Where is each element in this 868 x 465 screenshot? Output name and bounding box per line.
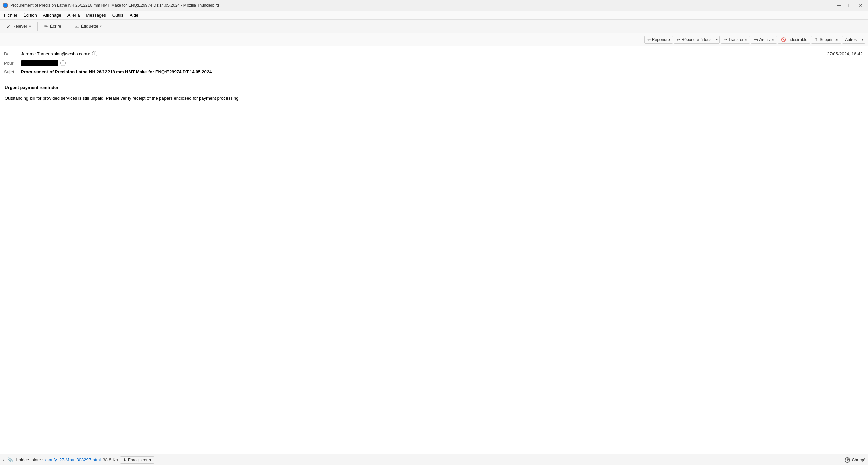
status-bar: Chargé bbox=[845, 457, 865, 463]
titlebar-left: Procurement of Precision Lathe NH 26/122… bbox=[3, 3, 219, 8]
relever-label: Relever bbox=[12, 24, 27, 29]
email-body-text: Outstanding bill for provided services i… bbox=[5, 95, 863, 102]
relever-dropdown-icon: ▾ bbox=[29, 24, 31, 28]
repondre-icon: ↩ bbox=[647, 37, 651, 42]
menu-edition[interactable]: Édition bbox=[21, 12, 40, 18]
to-label: Pour bbox=[4, 61, 21, 66]
transferer-icon: ↪ bbox=[724, 37, 727, 42]
attachment-section: › 📎 1 pièce jointe : clarify_27-May_3032… bbox=[3, 456, 154, 464]
etiquette-dropdown-icon: ▾ bbox=[100, 24, 102, 28]
ecrire-button[interactable]: ✏ Écrire bbox=[40, 22, 65, 31]
email-date: 27/05/2024, 16:42 bbox=[827, 51, 864, 56]
menu-aller-a[interactable]: Aller à bbox=[65, 12, 83, 18]
subject-value: Procurement of Precision Lathe NH 26/122… bbox=[21, 69, 212, 74]
indesirable-label: Indésirable bbox=[787, 37, 807, 42]
repondre-tous-icon: ↩ bbox=[677, 37, 680, 42]
window-controls: ─ □ ✕ bbox=[834, 2, 865, 9]
repondre-tous-button[interactable]: ↩ Répondre à tous bbox=[674, 36, 714, 43]
supprimer-label: Supprimer bbox=[820, 37, 838, 42]
repondre-label: Répondre bbox=[652, 37, 670, 42]
close-button[interactable]: ✕ bbox=[856, 2, 865, 9]
menu-aide[interactable]: Aide bbox=[127, 12, 141, 18]
attachment-size: 38,5 Ko bbox=[103, 457, 118, 462]
menu-fichier[interactable]: Fichier bbox=[1, 12, 20, 18]
toolbar-separator-1 bbox=[37, 22, 38, 31]
ecrire-label: Écrire bbox=[50, 24, 61, 29]
autres-group: Autres ▾ bbox=[842, 36, 865, 44]
repondre-group: ↩ Répondre bbox=[644, 36, 673, 44]
autres-dropdown-button[interactable]: ▾ bbox=[860, 36, 865, 43]
menu-affichage[interactable]: Affichage bbox=[40, 12, 64, 18]
attachment-expand-icon[interactable]: › bbox=[3, 458, 4, 462]
toolbar: ↙ Relever ▾ ✏ Écrire 🏷 Étiquette ▾ bbox=[0, 20, 868, 33]
bottom-bar: › 📎 1 pièce jointe : clarify_27-May_3032… bbox=[0, 454, 868, 465]
from-value: Jerome Turner <alan@scsho.com> i bbox=[21, 51, 827, 56]
indesirable-icon: 🚫 bbox=[781, 37, 786, 42]
from-text: Jerome Turner <alan@scsho.com> bbox=[21, 51, 90, 56]
to-info-icon[interactable]: i bbox=[60, 60, 66, 66]
menubar: Fichier Édition Affichage Aller à Messag… bbox=[0, 11, 868, 20]
save-label: Enregistrer bbox=[128, 458, 148, 462]
menu-messages[interactable]: Messages bbox=[83, 12, 109, 18]
relever-icon: ↙ bbox=[6, 24, 11, 29]
email-header: De Jerome Turner <alan@scsho.com> i 27/0… bbox=[0, 46, 868, 77]
transferer-label: Transférer bbox=[728, 37, 747, 42]
email-body-title: Urgent payment reminder bbox=[5, 84, 863, 91]
subject-label: Sujet bbox=[4, 69, 21, 74]
action-bar: ↩ Répondre ↩ Répondre à tous ▾ ↪ Transfé… bbox=[0, 33, 868, 46]
autres-button[interactable]: Autres bbox=[842, 36, 860, 43]
etiquette-button[interactable]: 🏷 Étiquette ▾ bbox=[71, 22, 105, 31]
window-title: Procurement of Precision Lathe NH 26/122… bbox=[10, 3, 219, 8]
supprimer-icon: 🗑 bbox=[814, 37, 818, 42]
email-body: Urgent payment reminder Outstanding bill… bbox=[0, 77, 868, 112]
repondre-button[interactable]: ↩ Répondre bbox=[645, 36, 673, 43]
etiquette-label: Étiquette bbox=[81, 24, 98, 29]
toolbar-separator-2 bbox=[68, 22, 68, 31]
status-broadcast-icon bbox=[845, 457, 850, 463]
ecrire-icon: ✏ bbox=[44, 24, 48, 29]
maximize-button[interactable]: □ bbox=[845, 2, 854, 9]
relever-button[interactable]: ↙ Relever ▾ bbox=[3, 22, 35, 31]
from-row: De Jerome Turner <alan@scsho.com> i 27/0… bbox=[4, 49, 864, 58]
save-download-icon: ⬇ bbox=[123, 458, 126, 462]
attachment-count-label: 1 pièce jointe : bbox=[15, 457, 43, 462]
archiver-icon: 🗃 bbox=[754, 37, 758, 42]
from-info-icon[interactable]: i bbox=[92, 51, 97, 56]
repondre-tous-label: Répondre à tous bbox=[682, 37, 712, 42]
etiquette-icon: 🏷 bbox=[75, 24, 79, 29]
save-attachment-button[interactable]: ⬇ Enregistrer ▾ bbox=[120, 456, 154, 464]
menu-outils[interactable]: Outils bbox=[110, 12, 126, 18]
autres-label: Autres bbox=[845, 37, 857, 42]
status-text: Chargé bbox=[852, 458, 865, 462]
archiver-label: Archiver bbox=[759, 37, 774, 42]
save-dropdown-icon: ▾ bbox=[149, 458, 151, 462]
to-value: i bbox=[21, 60, 864, 66]
transferer-button[interactable]: ↪ Transférer bbox=[721, 36, 750, 44]
from-label: De bbox=[4, 51, 21, 56]
archiver-button[interactable]: 🗃 Archiver bbox=[751, 36, 777, 44]
svg-point-0 bbox=[847, 459, 848, 461]
minimize-button[interactable]: ─ bbox=[834, 2, 844, 9]
repondre-tous-group: ↩ Répondre à tous ▾ bbox=[674, 36, 720, 44]
to-row: Pour i bbox=[4, 58, 864, 68]
titlebar: Procurement of Precision Lathe NH 26/122… bbox=[0, 0, 868, 11]
supprimer-button[interactable]: 🗑 Supprimer bbox=[811, 36, 841, 44]
attachment-paperclip-icon: 📎 bbox=[7, 457, 13, 462]
attachment-filename[interactable]: clarify_27-May_303297.html bbox=[45, 457, 101, 462]
repondre-tous-dropdown-button[interactable]: ▾ bbox=[714, 36, 719, 43]
indesirable-button[interactable]: 🚫 Indésirable bbox=[778, 36, 810, 44]
app-icon bbox=[3, 3, 8, 8]
recipient-redacted bbox=[21, 60, 58, 66]
subject-row: Sujet Procurement of Precision Lathe NH … bbox=[4, 68, 864, 77]
